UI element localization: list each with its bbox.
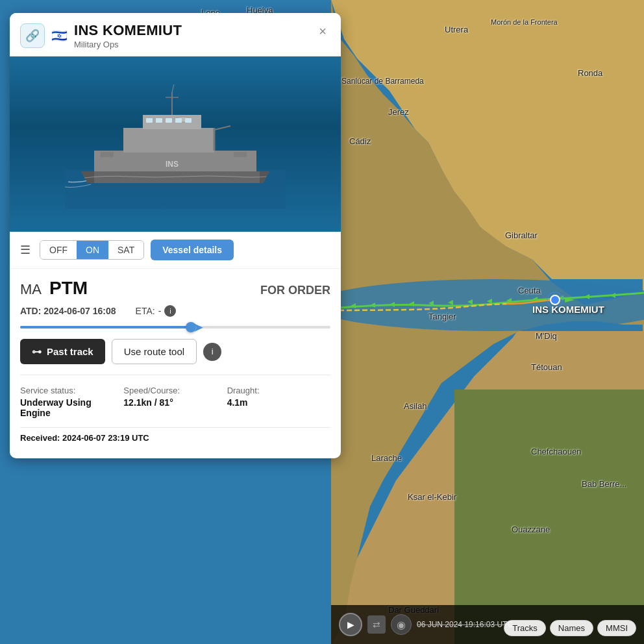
toggle-on-button[interactable]: ON	[77, 241, 108, 259]
play-button[interactable]: ▶	[339, 613, 362, 636]
mmsi-button[interactable]: MMSI	[597, 620, 636, 636]
service-status-cell: Service status: Underway Using Engine	[20, 383, 123, 421]
panel-header: 🔗 🇮🇱 INS KOMEMIUT Military Ops ×	[10, 13, 341, 56]
speed-course-label: Speed/Course:	[123, 386, 221, 395]
svg-rect-39	[175, 118, 182, 123]
destination-status: FOR ORDER	[260, 284, 330, 297]
svg-line-30	[172, 84, 174, 92]
progress-slider[interactable]: ➤	[20, 326, 330, 328]
slider-arrow: ➤	[193, 319, 204, 335]
status-grid: Service status: Underway Using Engine Sp…	[20, 375, 330, 421]
destination-row: MA PTM FOR ORDER	[20, 278, 330, 299]
destination-name: PTM	[49, 278, 88, 299]
speed-icon: ◉	[391, 614, 412, 635]
svg-rect-38	[166, 118, 172, 123]
speed-course-cell: Speed/Course: 12.1kn / 81°	[123, 383, 227, 421]
past-track-button[interactable]: ⊶ Past track	[20, 339, 105, 364]
toggle-sat-button[interactable]: SAT	[108, 241, 143, 259]
toggle-group: OFF ON SAT	[40, 240, 144, 260]
speed-course-value: 12.1kn / 81°	[123, 397, 221, 408]
eta-item: ETA: - i	[136, 305, 177, 317]
hamburger-icon[interactable]: ☰	[20, 243, 31, 257]
svg-rect-36	[146, 118, 153, 123]
flag-icon: 🇮🇱	[51, 28, 68, 43]
vessel-name: INS KOMEMIUT	[74, 22, 182, 39]
panel-info: MA PTM FOR ORDER ATD: 2024-06-07 16:08 E…	[10, 269, 341, 458]
service-status-value: Underway Using Engine	[20, 397, 118, 418]
svg-line-33	[214, 126, 230, 130]
timestamp-text: 06 JUN 2024 19:16:03 UTC	[417, 620, 513, 629]
vessel-map-label: INS KOMEMIUT	[532, 304, 604, 315]
toggle-off-button[interactable]: OFF	[40, 241, 77, 259]
vessel-image: INS	[10, 56, 341, 232]
track-buttons: ⊶ Past track Use route tool i	[20, 339, 330, 364]
close-button[interactable]: ×	[314, 22, 332, 40]
past-track-icon: ⊶	[32, 346, 42, 358]
received-value: 2024-06-07 23:19 UTC	[62, 433, 149, 443]
route-info-icon[interactable]: i	[203, 343, 221, 361]
past-track-label: Past track	[47, 346, 93, 357]
vessel-panel: 🔗 🇮🇱 INS KOMEMIUT Military Ops ×	[10, 13, 341, 458]
eta-info-icon[interactable]: i	[164, 305, 176, 317]
names-button[interactable]: Names	[550, 620, 593, 636]
link-icon: 🔗	[20, 23, 45, 48]
draught-value: 4.1m	[227, 397, 325, 408]
svg-text:INS: INS	[166, 160, 179, 169]
svg-rect-35	[234, 152, 247, 157]
service-status-label: Service status:	[20, 386, 118, 395]
received-row: Received: 2024-06-07 23:19 UTC	[20, 427, 330, 452]
svg-rect-26	[123, 128, 214, 153]
atd-eta-row: ATD: 2024-06-07 16:08 ETA: - i	[20, 305, 330, 317]
draught-cell: Draught: 4.1m	[227, 383, 330, 421]
route-tool-button[interactable]: Use route tool	[112, 339, 197, 364]
tracks-button[interactable]: Tracks	[504, 620, 546, 636]
svg-rect-40	[185, 118, 192, 123]
bottom-buttons: Tracks Names MMSI	[504, 620, 636, 636]
destination-prefix: MA	[20, 281, 42, 298]
svg-rect-37	[156, 118, 162, 123]
vessel-details-button[interactable]: Vessel details	[151, 240, 234, 260]
atd-item: ATD: 2024-06-07 16:08	[20, 306, 116, 316]
panel-controls: ☰ OFF ON SAT Vessel details	[10, 232, 341, 269]
vessel-type: Military Ops	[74, 40, 182, 49]
draught-label: Draught:	[227, 386, 325, 395]
svg-rect-34	[101, 152, 114, 157]
equalizer-icon: ⇄	[367, 615, 386, 634]
